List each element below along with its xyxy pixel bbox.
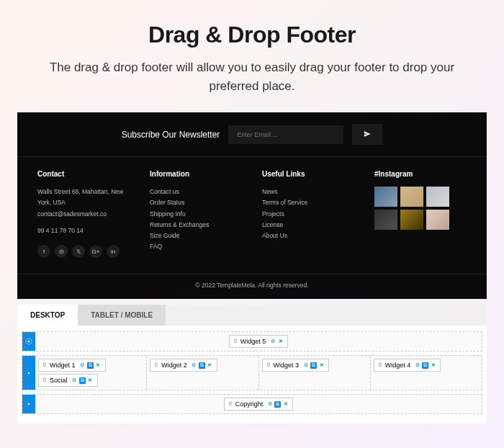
instagram-icon[interactable]: ◎ [55,245,68,258]
widget-label: Widget 5 [240,338,266,345]
duplicate-icon[interactable]: ⧉ [79,377,86,384]
widget-1[interactable]: ⠿Widget 1⚙⧉✕ [38,359,106,372]
gear-icon[interactable]: ⚙ [191,362,197,369]
duplicate-icon[interactable]: ⧉ [199,362,205,369]
googleplus-icon[interactable]: G+ [89,245,102,258]
instagram-thumb[interactable] [374,187,397,207]
info-link[interactable]: Contact us [150,187,242,197]
close-icon[interactable]: ✕ [318,362,325,369]
drag-handle-icon[interactable]: ⠿ [42,362,47,369]
info-link[interactable]: Order Status [150,197,242,208]
info-link[interactable]: FAQ [150,241,242,252]
widget-label: Social [50,377,68,384]
widget-label: Copyright [235,400,264,408]
close-icon[interactable]: ✕ [282,401,289,408]
widget-social[interactable]: ⠿Social⚙⧉✕ [38,374,98,387]
widget-3[interactable]: ⠿Widget 3⚙⧉✕ [262,359,330,372]
info-link[interactable]: Size Guide [150,230,242,241]
instagram-heading: #Instagram [374,170,467,178]
useful-link[interactable]: News [262,187,354,197]
useful-link[interactable]: About Us [262,230,354,241]
svg-point-0 [28,341,30,343]
close-icon[interactable]: ✕ [95,362,102,369]
widget-label: Widget 2 [161,362,187,369]
gear-icon[interactable]: ⚙ [269,339,276,345]
builder-row: ⠿Widget 5⚙✕ [22,331,482,351]
gear-icon[interactable]: ⚙ [266,401,273,408]
information-heading: Information [150,170,242,178]
svg-point-1 [28,372,30,374]
widget-2[interactable]: ⠿Widget 2⚙⧉✕ [150,359,217,372]
footer-builder: DESKTOP TABLET / MOBILE ⠿Widget 5⚙✕ ⠿Wid… [17,305,487,424]
info-link[interactable]: Shipping Info [150,209,242,220]
useful-heading: Useful Links [262,170,354,178]
close-icon[interactable]: ✕ [277,339,284,345]
instagram-thumb[interactable] [400,187,423,207]
instagram-thumb[interactable] [426,210,449,230]
newsletter-submit-button[interactable] [352,124,382,145]
newsletter-label: Subscribe Our Newsletter [122,130,220,140]
copyright-text: © 2022 TemplateMela. All rights reserved… [17,274,487,299]
row-settings-button[interactable] [22,395,35,413]
drag-handle-icon[interactable]: ⠿ [233,339,238,345]
gear-icon[interactable]: ⚙ [414,362,420,369]
row-settings-button[interactable] [22,332,35,351]
send-icon [364,130,371,138]
useful-link[interactable]: License [262,220,354,230]
duplicate-icon[interactable]: ⧉ [422,362,428,369]
contact-email: contact@sadesmarket.co [37,209,130,220]
tab-tablet-mobile[interactable]: TABLET / MOBILE [78,305,166,326]
widget-5[interactable]: ⠿Widget 5⚙✕ [229,335,289,348]
contact-address: Walls Street 68, Mahattan, New York, USA [37,187,130,209]
drag-handle-icon[interactable]: ⠿ [42,377,47,384]
duplicate-icon[interactable]: ⧉ [274,401,281,408]
useful-link[interactable]: Projects [262,209,354,220]
row-settings-button[interactable] [22,356,35,390]
widget-label: Widget 4 [385,362,411,369]
info-link[interactable]: Returns & Exchanges [150,220,242,230]
twitter-icon[interactable]: 𝕏 [72,245,85,258]
widget-copyright[interactable]: ⠿Copyright⚙⧉✕ [224,398,294,411]
duplicate-icon[interactable]: ⧉ [87,362,94,369]
close-icon[interactable]: ✕ [430,362,436,369]
drag-handle-icon[interactable]: ⠿ [228,401,233,408]
close-icon[interactable]: ✕ [87,377,94,384]
tab-desktop[interactable]: DESKTOP [17,305,78,326]
duplicate-icon[interactable]: ⧉ [310,362,317,369]
contact-phone: 99 4 11 78 70 14 [37,225,130,236]
instagram-thumb[interactable] [374,210,397,230]
newsletter-email-input[interactable] [228,125,343,144]
gear-icon[interactable]: ⚙ [71,377,78,384]
widget-label: Widget 1 [50,362,76,369]
builder-row: ⠿Widget 1⚙⧉✕ ⠿Social⚙⧉✕ ⠿Widget 2⚙⧉✕ ⠿Wi… [22,355,482,390]
instagram-thumb[interactable] [426,187,449,207]
linkedin-icon[interactable]: in [107,245,120,258]
page-subtitle: The drag & drop footer will allow you to… [43,58,461,95]
widget-label: Widget 3 [274,362,300,369]
widget-4[interactable]: ⠿Widget 4⚙⧉✕ [374,359,441,372]
builder-row: ⠿Copyright⚙⧉✕ [22,394,482,414]
drag-handle-icon[interactable]: ⠿ [154,362,158,369]
instagram-thumb[interactable] [400,210,423,230]
svg-point-2 [28,403,30,406]
close-icon[interactable]: ✕ [207,362,213,369]
gear-icon[interactable]: ⚙ [302,362,309,369]
drag-handle-icon[interactable]: ⠿ [378,362,382,369]
useful-link[interactable]: Terms of Service [262,197,354,208]
page-title: Drag & Drop Footer [43,22,461,48]
facebook-icon[interactable]: f [37,245,50,258]
contact-heading: Contact [37,170,130,178]
gear-icon[interactable]: ⚙ [79,362,86,369]
drag-handle-icon[interactable]: ⠿ [266,362,271,369]
footer-preview: Subscribe Our Newsletter Contact Walls S… [17,112,487,299]
